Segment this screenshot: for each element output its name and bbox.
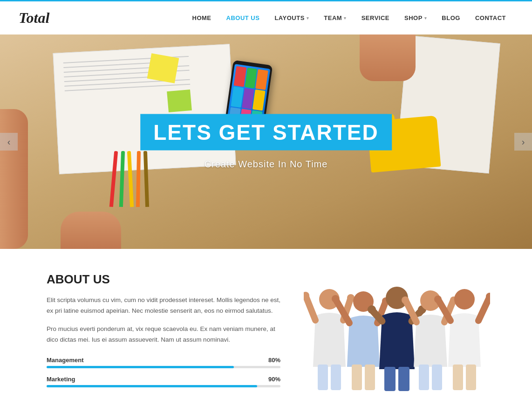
svg-rect-34 <box>466 365 476 390</box>
svg-line-1 <box>306 297 315 320</box>
about-section: ABOUT US Elit scripta volumus cu vim, cu… <box>0 249 532 399</box>
nav-about-us[interactable]: ABOUT US <box>219 1 267 35</box>
hero-content: LETS GET STARTED Create Website In No Ti… <box>140 114 392 170</box>
svg-point-31 <box>434 296 442 303</box>
slider-prev-button[interactable]: ‹ <box>0 133 18 151</box>
about-para-2: Pro mucius everti ponderum at, vix reque… <box>47 324 280 345</box>
skill-management: Management 80% <box>47 357 280 368</box>
header: Total HOME ABOUT US LAYOUTS ▾ TEAM ▾ SER… <box>0 0 532 34</box>
skill-bar-bg <box>47 366 280 368</box>
arm-left <box>0 109 28 249</box>
svg-point-17 <box>368 305 376 314</box>
svg-point-24 <box>402 296 409 304</box>
about-left: ABOUT US Elit scripta volumus cu vim, cu… <box>47 272 280 395</box>
nav: HOME ABOUT US LAYOUTS ▾ TEAM ▾ SERVICE S… <box>185 1 514 35</box>
svg-rect-6 <box>331 365 341 390</box>
paper-lines <box>63 54 222 95</box>
svg-rect-12 <box>352 365 362 390</box>
skill-bar-fill <box>47 385 257 387</box>
nav-blog[interactable]: BLOG <box>434 1 468 35</box>
svg-rect-19 <box>384 367 396 391</box>
slider-next-button[interactable]: › <box>514 133 532 151</box>
svg-rect-26 <box>419 365 429 390</box>
team-photo <box>304 283 490 395</box>
svg-line-30 <box>478 298 489 321</box>
hero-title: LETS GET STARTED <box>140 114 392 151</box>
arm-top-right <box>360 34 416 81</box>
nav-team[interactable]: TEAM ▾ <box>316 1 354 35</box>
hero-slider: LETS GET STARTED Create Website In No Ti… <box>0 34 532 249</box>
chevron-down-icon: ▾ <box>307 16 309 21</box>
nav-layouts[interactable]: LAYOUTS ▾ <box>267 1 316 35</box>
svg-rect-13 <box>365 365 375 390</box>
about-title: ABOUT US <box>47 272 280 287</box>
svg-rect-5 <box>318 365 328 390</box>
nav-contact[interactable]: CONTACT <box>468 1 513 35</box>
svg-rect-20 <box>398 367 409 391</box>
skills-section: Management 80% Marketing 90% <box>47 357 280 387</box>
svg-rect-33 <box>453 365 463 390</box>
skill-label: Management <box>47 357 83 364</box>
skill-bar-fill <box>47 366 234 368</box>
svg-rect-27 <box>432 365 442 390</box>
svg-point-10 <box>332 295 339 303</box>
team-svg <box>304 278 490 395</box>
about-para-1: Elit scripta volumus cu vim, cum no vidi… <box>47 295 280 316</box>
hero-subtitle: Create Website In No Time <box>140 159 392 170</box>
about-right <box>308 272 485 395</box>
chevron-down-icon: ▾ <box>344 16 347 21</box>
arm-bottom <box>61 212 121 249</box>
chevron-down-icon: ▾ <box>424 16 427 21</box>
logo[interactable]: Total <box>19 9 49 27</box>
svg-point-28 <box>454 289 475 310</box>
nav-home[interactable]: HOME <box>185 1 219 35</box>
skill-percent: 90% <box>268 376 280 383</box>
skill-marketing: Marketing 90% <box>47 376 280 387</box>
skill-percent: 80% <box>268 357 280 364</box>
skill-label: Marketing <box>47 376 75 383</box>
skill-bar-bg <box>47 385 280 387</box>
nav-service[interactable]: SERVICE <box>354 1 397 35</box>
sticky-note-green <box>167 89 192 112</box>
sticky-note-yellow <box>147 53 179 83</box>
nav-shop[interactable]: SHOP ▾ <box>397 1 434 35</box>
